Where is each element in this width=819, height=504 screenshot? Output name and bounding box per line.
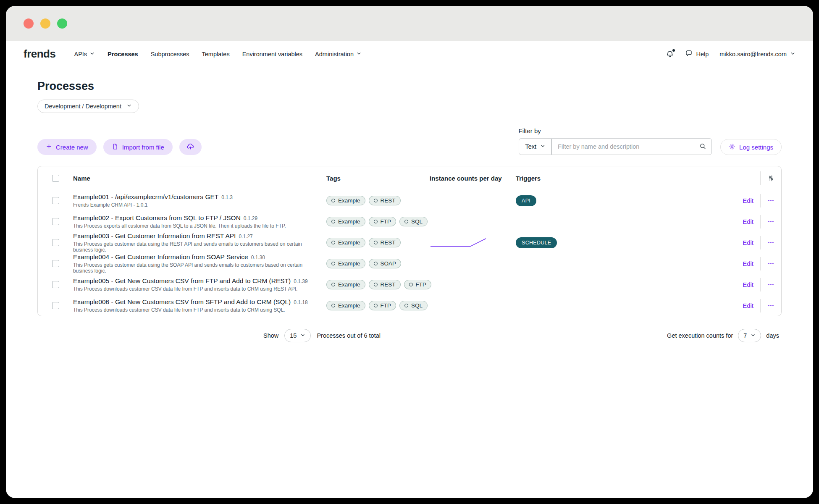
more-actions-button[interactable]	[767, 302, 774, 309]
edit-button[interactable]: Edit	[743, 197, 753, 204]
more-actions-button[interactable]	[767, 218, 774, 225]
tag-pill[interactable]: Example	[326, 238, 365, 247]
chevron-down-icon	[89, 51, 95, 58]
window-titlebar	[6, 6, 813, 41]
user-account-menu[interactable]: mikko.sairo@frends.com	[719, 51, 795, 58]
row-checkbox[interactable]	[52, 239, 59, 246]
edit-button[interactable]: Edit	[743, 302, 753, 309]
tag-pill[interactable]: REST	[369, 238, 401, 247]
tag-ring-icon	[331, 304, 335, 307]
tag-ring-icon	[374, 262, 378, 265]
execution-counts-controls: Get execution counts for 7 days	[667, 329, 779, 342]
import-from-file-button[interactable]: Import from file	[103, 139, 173, 155]
column-header-tags: Tags	[326, 175, 430, 182]
search-box	[551, 138, 712, 155]
filter-by-label: Filter by	[519, 127, 712, 134]
tag-pill[interactable]: FTP	[369, 301, 396, 310]
chevron-down-icon	[790, 51, 795, 58]
table-header-row: Name Tags Instance counts per day Trigge…	[38, 166, 781, 190]
table-row[interactable]: Example001 - /api/examplecrm/v1/customer…	[38, 190, 781, 211]
process-name[interactable]: Example002 - Export Customers from SQL t…	[73, 214, 241, 221]
nav-item-apis[interactable]: APIs	[74, 51, 95, 58]
process-name[interactable]: Example004 - Get Customer Information fr…	[73, 253, 248, 260]
tag-pill[interactable]: Example	[326, 280, 365, 289]
tag-ring-icon	[331, 220, 335, 223]
log-settings-button[interactable]: Log settings	[720, 139, 782, 155]
tag-ring-icon	[374, 220, 378, 223]
trigger-badge[interactable]: API	[516, 195, 536, 206]
column-divider	[760, 299, 761, 312]
nav-item-templates[interactable]: Templates	[202, 51, 230, 58]
page-size-select[interactable]: 15	[284, 329, 311, 342]
edit-button[interactable]: Edit	[743, 218, 753, 225]
edit-button[interactable]: Edit	[743, 281, 753, 288]
tag-pill[interactable]: Example	[326, 196, 365, 205]
cloud-upload-button[interactable]	[179, 139, 202, 155]
window-minimize-button[interactable]	[40, 18, 50, 29]
nav-item-environment-variables[interactable]: Environment variables	[242, 51, 302, 58]
search-input[interactable]	[551, 138, 712, 155]
more-actions-button[interactable]	[767, 197, 774, 204]
tag-pill[interactable]: Example	[326, 259, 365, 268]
process-version: 0.1.18	[294, 299, 307, 305]
process-name[interactable]: Example006 - Get New Customers CSV from …	[73, 298, 291, 305]
table-row[interactable]: Example004 - Get Customer Information fr…	[38, 253, 781, 274]
table-row[interactable]: Example006 - Get New Customers CSV from …	[38, 295, 781, 316]
column-header-name: Name	[73, 175, 326, 182]
column-divider	[760, 171, 761, 185]
edit-button[interactable]: Edit	[743, 239, 753, 246]
instance-counts-cell	[430, 237, 516, 249]
row-checkbox[interactable]	[52, 218, 59, 225]
chevron-down-icon	[751, 332, 756, 339]
tag-pill[interactable]: SOAP	[369, 259, 402, 268]
more-actions-button[interactable]	[767, 260, 774, 267]
row-checkbox[interactable]	[52, 281, 59, 288]
tag-pill[interactable]: FTP	[369, 217, 396, 226]
row-checkbox[interactable]	[52, 302, 59, 309]
nav-item-subprocesses[interactable]: Subprocesses	[151, 51, 189, 58]
edit-button[interactable]: Edit	[743, 260, 753, 267]
main-menu: APIs Processes Subprocesses Templates En…	[74, 51, 362, 58]
table-row[interactable]: Example005 - Get New Customers CSV from …	[38, 274, 781, 295]
filter-type-select[interactable]: Text	[519, 138, 552, 155]
window-close-button[interactable]	[24, 18, 34, 29]
window-zoom-button[interactable]	[57, 18, 67, 29]
more-actions-button[interactable]	[767, 281, 774, 288]
table-row[interactable]: Example002 - Export Customers from SQL t…	[38, 211, 781, 232]
tag-pill[interactable]: REST	[369, 196, 401, 205]
tag-pill[interactable]: Example	[326, 301, 365, 310]
help-button[interactable]: Help	[685, 50, 709, 58]
process-name[interactable]: Example005 - Get New Customers CSV from …	[73, 277, 291, 284]
process-name[interactable]: Example001 - /api/examplecrm/v1/customer…	[73, 193, 218, 200]
tag-pill[interactable]: SQL	[399, 217, 428, 226]
nav-item-processes[interactable]: Processes	[108, 51, 138, 58]
days-label: days	[766, 332, 779, 339]
more-actions-button[interactable]	[767, 239, 774, 246]
tag-pill[interactable]: SQL	[399, 301, 428, 310]
nav-item-administration[interactable]: Administration	[315, 51, 362, 58]
table-row[interactable]: Example003 - Get Customer Information fr…	[38, 232, 781, 253]
search-icon[interactable]	[699, 142, 706, 152]
row-checkbox[interactable]	[52, 197, 59, 204]
tag-pill[interactable]: Example	[326, 217, 365, 226]
create-new-button[interactable]: Create new	[37, 139, 97, 155]
execution-days-select[interactable]: 7	[738, 329, 761, 342]
chevron-down-icon	[540, 143, 546, 150]
process-actions: Create new Import from file	[37, 139, 202, 155]
column-settings-icon[interactable]	[767, 175, 774, 182]
frends-logo[interactable]: frends	[24, 47, 55, 60]
environment-selector[interactable]: Development / Development	[37, 100, 139, 113]
tag-pill[interactable]: REST	[369, 280, 401, 289]
process-description: This Process downloads customer CSV data…	[73, 307, 318, 313]
page-title: Processes	[37, 80, 782, 93]
select-all-checkbox[interactable]	[52, 175, 59, 182]
notifications-bell-icon[interactable]	[666, 50, 674, 58]
row-checkbox[interactable]	[52, 260, 59, 267]
trigger-badge[interactable]: SCHEDULE	[516, 237, 557, 248]
tag-pill[interactable]: FTP	[404, 280, 432, 289]
process-name[interactable]: Example003 - Get Customer Information fr…	[73, 232, 236, 239]
pagination-controls: Show 15 Processes out of 6 total	[263, 329, 381, 342]
nav-utilities: Help mikko.sairo@frends.com	[666, 50, 795, 58]
column-divider	[760, 257, 761, 270]
tag-ring-icon	[409, 283, 413, 286]
